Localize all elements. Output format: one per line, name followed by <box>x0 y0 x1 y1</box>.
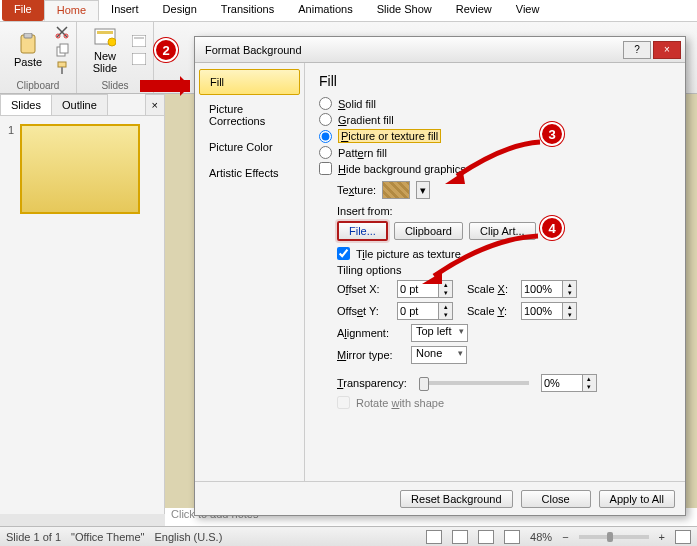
scale-x-label: Scale X: <box>467 283 515 295</box>
offset-x-label: Offset X: <box>337 283 391 295</box>
clipboard-group-label: Clipboard <box>6 80 70 91</box>
callout-2-badge: 2 <box>154 38 178 62</box>
texture-swatch[interactable] <box>382 181 410 199</box>
scale-y-label: Scale Y: <box>467 305 515 317</box>
scale-x-stepper[interactable]: ▴▾ <box>563 280 577 298</box>
reset-icon[interactable] <box>131 51 147 67</box>
help-button[interactable]: ? <box>623 41 651 59</box>
new-slide-icon <box>93 26 117 50</box>
sidebar-item-artistic-effects[interactable]: Artistic Effects <box>199 161 300 185</box>
dialog-titlebar[interactable]: Format Background ? × <box>195 37 685 63</box>
pane-tabs: Slides Outline × <box>0 94 164 116</box>
svg-rect-1 <box>24 33 32 38</box>
new-slide-label: New Slide <box>93 50 117 74</box>
tab-view[interactable]: View <box>504 0 552 21</box>
radio-pattern-fill[interactable] <box>319 146 332 159</box>
transparency-stepper[interactable]: ▴▾ <box>583 374 597 392</box>
scale-y-stepper[interactable]: ▴▾ <box>563 302 577 320</box>
texture-dropdown[interactable]: ▾ <box>416 181 430 199</box>
zoom-in-icon[interactable]: + <box>659 531 665 543</box>
label-pattern-fill: Pattern fill <box>338 147 387 159</box>
apply-to-all-button[interactable]: Apply to All <box>599 490 675 508</box>
checkbox-tile-picture[interactable] <box>337 247 350 260</box>
tab-design[interactable]: Design <box>151 0 209 21</box>
slides-group-label: Slides <box>83 80 147 91</box>
copy-icon[interactable] <box>54 42 70 58</box>
status-language[interactable]: English (U.S.) <box>154 531 222 543</box>
scale-y-input[interactable] <box>521 302 563 320</box>
status-theme: "Office Theme" <box>71 531 144 543</box>
transparency-input[interactable] <box>541 374 583 392</box>
ribbon-tabs: File Home Insert Design Transitions Anim… <box>0 0 697 22</box>
sidebar-item-picture-corrections[interactable]: Picture Corrections <box>199 97 300 133</box>
normal-view-icon[interactable] <box>426 530 442 544</box>
svg-rect-11 <box>132 35 146 47</box>
clipboard-icon <box>16 32 40 56</box>
pane-tab-outline[interactable]: Outline <box>51 94 108 115</box>
file-button[interactable]: File... <box>337 221 388 241</box>
dialog-footer: Reset Background Close Apply to All <box>195 481 685 515</box>
svg-rect-7 <box>61 67 63 74</box>
pane-tab-slides[interactable]: Slides <box>0 94 52 115</box>
sidebar-item-picture-color[interactable]: Picture Color <box>199 135 300 159</box>
svg-rect-6 <box>58 62 66 67</box>
paste-button[interactable]: Paste <box>6 30 50 70</box>
layout-icon[interactable] <box>131 33 147 49</box>
mirror-select[interactable]: None <box>411 346 467 364</box>
close-button[interactable]: Close <box>521 490 591 508</box>
radio-gradient-fill[interactable] <box>319 113 332 126</box>
radio-solid-fill[interactable] <box>319 97 332 110</box>
alignment-select[interactable]: Top left <box>411 324 468 342</box>
fill-heading: Fill <box>319 73 671 89</box>
cut-icon[interactable] <box>54 24 70 40</box>
alignment-label: Alignment: <box>337 327 405 339</box>
label-rotate-with-shape: Rotate with shape <box>356 397 444 409</box>
texture-label: Texture: <box>337 184 376 196</box>
callout-3-badge: 3 <box>540 122 564 146</box>
thumbnail-row: 1 <box>0 116 164 222</box>
group-clipboard: Paste Clipboard <box>0 22 77 93</box>
tab-slideshow[interactable]: Slide Show <box>365 0 444 21</box>
transparency-slider[interactable] <box>419 381 529 385</box>
zoom-out-icon[interactable]: − <box>562 531 568 543</box>
tab-review[interactable]: Review <box>444 0 504 21</box>
slides-pane: Slides Outline × 1 <box>0 94 165 514</box>
svg-rect-9 <box>97 31 113 34</box>
tab-animations[interactable]: Animations <box>286 0 364 21</box>
insert-from-label: Insert from: <box>337 205 671 217</box>
tab-insert[interactable]: Insert <box>99 0 151 21</box>
pane-close-button[interactable]: × <box>145 94 165 115</box>
svg-point-10 <box>108 38 116 46</box>
tab-home[interactable]: Home <box>44 0 99 21</box>
reading-view-icon[interactable] <box>478 530 494 544</box>
offset-y-input[interactable] <box>397 302 439 320</box>
offset-y-label: Offset Y: <box>337 305 391 317</box>
fit-to-window-icon[interactable] <box>675 530 691 544</box>
transparency-label: Transparency: <box>337 377 407 389</box>
radio-picture-texture-fill[interactable] <box>319 130 332 143</box>
label-gradient-fill: Gradient fill <box>338 114 394 126</box>
window-close-button[interactable]: × <box>653 41 681 59</box>
reset-background-button[interactable]: Reset Background <box>400 490 513 508</box>
callout-2-arrow <box>140 80 190 92</box>
slideshow-view-icon[interactable] <box>504 530 520 544</box>
tab-file[interactable]: File <box>2 0 44 21</box>
dialog-sidebar: Fill Picture Corrections Picture Color A… <box>195 63 305 481</box>
statusbar: Slide 1 of 1 "Office Theme" English (U.S… <box>0 526 697 546</box>
mirror-label: Mirror type: <box>337 349 405 361</box>
sidebar-item-fill[interactable]: Fill <box>199 69 300 95</box>
zoom-slider[interactable] <box>579 535 649 539</box>
checkbox-hide-graphics[interactable] <box>319 162 332 175</box>
status-slide: Slide 1 of 1 <box>6 531 61 543</box>
new-slide-button[interactable]: New Slide <box>83 24 127 76</box>
tab-transitions[interactable]: Transitions <box>209 0 286 21</box>
slide-thumbnail[interactable] <box>20 124 140 214</box>
offset-y-stepper[interactable]: ▴▾ <box>439 302 453 320</box>
svg-marker-14 <box>445 172 465 184</box>
svg-rect-12 <box>134 37 144 39</box>
format-painter-icon[interactable] <box>54 60 70 76</box>
callout-4-arrow <box>420 228 544 284</box>
sorter-view-icon[interactable] <box>452 530 468 544</box>
slide-number: 1 <box>8 124 14 214</box>
svg-rect-5 <box>60 44 68 53</box>
